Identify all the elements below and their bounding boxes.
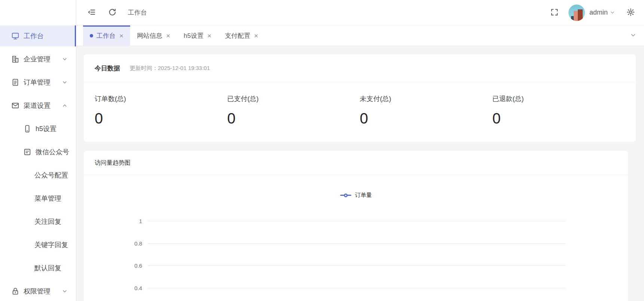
phone-icon <box>23 125 31 133</box>
stat-item: 已退款(总)0 <box>493 94 625 127</box>
avatar[interactable] <box>568 4 585 21</box>
tab-工作台[interactable]: 工作台× <box>83 25 130 46</box>
tabs-dropdown-button[interactable] <box>622 25 644 46</box>
stat-label: 已退款(总) <box>493 94 625 103</box>
settings-button[interactable] <box>625 6 637 19</box>
chart-grid-row: 0.8 <box>148 243 566 266</box>
app-root: 工作台企业管理订单管理渠道设置h5设置微信公众号公众号配置菜单管理关注回复关键字… <box>0 0 644 301</box>
gear-icon <box>626 8 635 18</box>
chart-gridlines: 10.80.60.4 <box>148 221 566 301</box>
tab-close-icon[interactable]: × <box>254 32 258 39</box>
sidebar-item-enterprise[interactable]: 企业管理 <box>0 49 76 70</box>
tab-h5设置[interactable]: h5设置× <box>177 25 218 46</box>
y-axis-tick-label: 0.8 <box>134 240 142 246</box>
chevron-up-icon <box>62 103 68 109</box>
mail-icon <box>11 101 19 110</box>
main-column: 工作台 admin 工作台×网站信息×h5设置×支付配置× <box>76 0 644 301</box>
sidebar-item-order[interactable]: 订单管理 <box>0 72 76 93</box>
sidebar-item-label: 订单管理 <box>24 78 50 87</box>
sidebar-item-default-reply[interactable]: 默认回复 <box>0 258 76 279</box>
chevron-down-icon <box>62 288 68 294</box>
sidebar-item-label: 工作台 <box>24 31 44 40</box>
menu-fold-icon <box>88 8 96 18</box>
chart-card-title: 访问量趋势图 <box>95 159 131 167</box>
sidebar-collapse-button[interactable] <box>86 6 98 19</box>
tab-网站信息[interactable]: 网站信息× <box>130 25 177 46</box>
sidebar-item-label: 关注回复 <box>34 217 61 226</box>
sidebar-item-wechat-mp[interactable]: 微信公众号 <box>0 142 76 162</box>
user-menu-chevron-down-icon[interactable] <box>610 10 615 15</box>
sidebar-item-keyword-reply[interactable]: 关键字回复 <box>0 234 76 255</box>
chart-grid-row: 0.6 <box>148 265 566 288</box>
file-text-icon <box>23 148 31 156</box>
top-header: 工作台 admin <box>76 0 644 25</box>
document-icon <box>11 78 19 86</box>
tab-label: 工作台 <box>96 31 116 40</box>
refresh-icon <box>108 8 117 18</box>
y-axis-tick-label: 1 <box>139 218 142 224</box>
updated-time: 更新时间：2025-12-01 19:33:01 <box>130 65 210 72</box>
chevron-down-icon <box>630 32 637 40</box>
orders-trend-chart: 订单量 10.80.60.4 <box>94 175 617 301</box>
chart-card-header: 访问量趋势图 <box>84 151 628 175</box>
gridline <box>148 243 566 244</box>
chart-legend[interactable]: 订单量 <box>340 192 372 199</box>
building-icon <box>11 55 19 63</box>
stat-label: 未支付(总) <box>360 94 493 103</box>
sidebar-item-label: 菜单管理 <box>34 194 61 203</box>
sidebar-item-menu-manage[interactable]: 菜单管理 <box>0 188 76 209</box>
stat-label: 已支付(总) <box>227 94 360 103</box>
stat-item: 订单数(总)0 <box>95 94 227 127</box>
updated-time-value: 2025-12-01 19:33:01 <box>158 65 210 71</box>
legend-label: 订单量 <box>355 192 372 199</box>
tab-支付配置[interactable]: 支付配置× <box>218 25 265 46</box>
sidebar-item-channel[interactable]: 渠道设置 <box>0 95 76 116</box>
fullscreen-button[interactable] <box>549 6 560 19</box>
sidebar-item-permission[interactable]: 权限管理 <box>0 281 76 301</box>
stats-row: 订单数(总)0已支付(总)0未支付(总)0已退款(总)0 <box>84 82 636 142</box>
tab-close-icon[interactable]: × <box>166 32 170 39</box>
gridline <box>148 221 566 221</box>
chart-grid-row: 1 <box>148 221 566 243</box>
today-card-title: 今日数据 <box>95 64 120 73</box>
stat-value: 0 <box>227 110 360 127</box>
chevron-down-icon <box>62 56 68 62</box>
tab-label: h5设置 <box>184 31 203 40</box>
sidebar-item-label: 关键字回复 <box>34 240 68 249</box>
stat-value: 0 <box>360 110 493 127</box>
sidebar-item-label: 企业管理 <box>24 55 50 64</box>
stat-item: 已支付(总)0 <box>227 94 360 127</box>
gridline <box>148 265 566 266</box>
sidebar-item-h5-setting[interactable]: h5设置 <box>0 118 76 139</box>
sidebar-item-follow-reply[interactable]: 关注回复 <box>0 211 76 232</box>
today-data-card: 今日数据 更新时间：2025-12-01 19:33:01 订单数(总)0已支付… <box>84 54 636 142</box>
breadcrumb: 工作台 <box>128 8 147 17</box>
refresh-button[interactable] <box>107 6 118 19</box>
username[interactable]: admin <box>589 9 608 16</box>
chart-grid-row: 0.4 <box>148 288 566 301</box>
avatar-building-shape <box>578 9 583 21</box>
tab-close-icon[interactable]: × <box>207 32 211 39</box>
stat-label: 订单数(总) <box>95 94 227 103</box>
sidebar: 工作台企业管理订单管理渠道设置h5设置微信公众号公众号配置菜单管理关注回复关键字… <box>0 0 76 301</box>
tab-bar: 工作台×网站信息×h5设置×支付配置× <box>76 25 644 46</box>
stat-item: 未支付(总)0 <box>360 94 493 127</box>
content-area: 今日数据 更新时间：2025-12-01 19:33:01 订单数(总)0已支付… <box>76 46 644 301</box>
sidebar-item-label: 默认回复 <box>34 264 61 273</box>
y-axis-tick-label: 0.4 <box>134 285 142 291</box>
stat-value: 0 <box>95 110 227 127</box>
sidebar-menu: 工作台企业管理订单管理渠道设置h5设置微信公众号公众号配置菜单管理关注回复关键字… <box>0 25 76 301</box>
fullscreen-icon <box>550 8 559 18</box>
gridline <box>148 288 566 288</box>
sidebar-item-workbench[interactable]: 工作台 <box>0 25 76 46</box>
y-axis-tick-label: 0.6 <box>134 262 142 269</box>
tab-label: 网站信息 <box>137 31 162 40</box>
today-card-header: 今日数据 更新时间：2025-12-01 19:33:01 <box>84 54 636 82</box>
lock-icon <box>11 287 19 295</box>
active-tab-dot <box>90 34 93 37</box>
sidebar-item-label: 公众号配置 <box>34 171 68 180</box>
visits-trend-card: 访问量趋势图 订单量 10.80.60.4 <box>84 151 628 301</box>
tab-close-icon[interactable]: × <box>119 32 123 39</box>
sidebar-item-mp-config[interactable]: 公众号配置 <box>0 165 76 186</box>
sidebar-item-label: h5设置 <box>36 124 56 133</box>
